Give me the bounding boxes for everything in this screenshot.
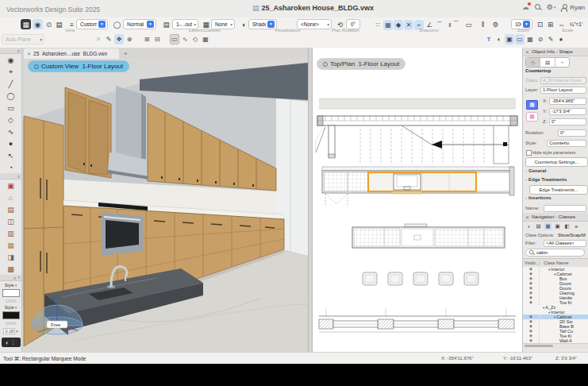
cabinet-tool[interactable]: ⌂ xyxy=(2,191,21,203)
snap-intersection-icon[interactable]: ✕ xyxy=(404,20,413,30)
close-icon[interactable]: ✕ xyxy=(525,214,529,220)
snapping-settings-gear-icon[interactable]: ⚙ xyxy=(490,19,501,29)
basic-palette-header[interactable]: ≡ xyxy=(0,48,21,54)
reference-dropdown[interactable]: <None>▾ xyxy=(297,19,332,29)
filter-dropdown[interactable]: <All Classes> xyxy=(544,240,586,247)
move-mode-a-icon[interactable]: ⊞ xyxy=(142,34,152,44)
arc-snap-icon[interactable]: ⌒ xyxy=(451,19,461,29)
object-info-header[interactable]: ✕ Object Info - Shape xyxy=(523,48,588,56)
disclosure-icon[interactable]: ▾ xyxy=(554,272,555,276)
snap-grid-icon[interactable]: ∷ xyxy=(373,20,382,30)
snap-angle-icon[interactable]: ◆ xyxy=(394,20,403,30)
sphere-tool[interactable]: ● xyxy=(2,137,21,149)
building-palette-header[interactable]: ≡ xyxy=(0,173,21,179)
flyover-icon[interactable]: ◉ xyxy=(33,19,43,29)
pause-snapping-icon[interactable]: ‖ xyxy=(478,19,488,29)
marquee-polygon-icon[interactable]: ◇ xyxy=(190,34,200,44)
class-options-value[interactable]: Show/Snap/M xyxy=(558,233,586,237)
line-weight-stepper[interactable]: 0.18▾ xyxy=(3,328,17,334)
navigation-header[interactable]: ✕ Navigation - Classes xyxy=(523,213,588,222)
style-dropdown[interactable]: Counterto xyxy=(547,140,586,147)
marquee-lasso-icon[interactable]: ∿ xyxy=(180,34,190,44)
move-mode-b-icon[interactable]: ⊟ xyxy=(152,34,162,44)
plan-view-pane[interactable]: Top/Plan 1-Floor Layout xyxy=(313,48,522,353)
circle-tool[interactable]: ◯ xyxy=(2,90,21,102)
settings-menu[interactable]: ⚙▾ xyxy=(547,3,556,11)
nav-references-icon[interactable]: ≡ xyxy=(572,222,581,230)
new-tab-button[interactable]: + xyxy=(124,50,128,57)
render-mode-dropdown[interactable]: Shaded▾ xyxy=(248,19,277,29)
more-options-icon[interactable]: ● xyxy=(556,34,566,44)
pen-color-swatch[interactable] xyxy=(2,311,20,319)
window-tool[interactable]: ▥ xyxy=(2,227,21,239)
3d-viewport[interactable]: Custom View 1-Floor Layout xyxy=(22,59,308,353)
layers-icon[interactable]: ▤ xyxy=(161,19,171,29)
dimension-mode-button[interactable]: ▦ xyxy=(526,112,538,122)
pen-style-dropdown[interactable]: Style▾ xyxy=(5,305,17,310)
fill-style-dropdown[interactable]: Style▾ xyxy=(5,283,17,288)
search-icon[interactable] xyxy=(535,4,541,10)
ruler-icon[interactable]: ▭ xyxy=(463,19,474,29)
rectangle-tool[interactable]: ▭ xyxy=(2,102,21,114)
tab-shape[interactable]: ◇ xyxy=(526,58,540,67)
render-style-icon[interactable]: ◑ xyxy=(238,19,248,29)
position-mode-button[interactable]: ▦ xyxy=(526,100,538,110)
polygon-tool[interactable]: ◇ xyxy=(2,114,21,125)
edge-treatments-section[interactable]: ›Edge Treatments xyxy=(525,177,567,182)
view-orientation-pill[interactable]: Custom View 1-Floor Layout xyxy=(29,61,129,71)
projection-dropdown[interactable]: Normal Pe...▾ xyxy=(123,19,156,29)
contrast-icon[interactable]: ◐ xyxy=(494,34,504,44)
tab-data[interactable]: ▤ xyxy=(540,58,555,67)
saved-view-dropdown[interactable]: Custom...▾ xyxy=(76,19,108,29)
document-tab[interactable]: ✕ 25_Asharoken…use_BLDG.vwx xyxy=(24,48,119,59)
selection-tool[interactable]: ↖ xyxy=(2,149,21,161)
nav-layers-icon[interactable]: ▤ xyxy=(534,222,543,230)
image-effects-icon[interactable]: ▦ xyxy=(525,34,535,44)
rotation-field[interactable]: 0° xyxy=(558,129,586,137)
fill-color-swatch[interactable] xyxy=(2,289,20,297)
nav-classes-icon[interactable]: ▦ xyxy=(544,222,552,230)
rotate-tool[interactable]: ◔ xyxy=(2,161,21,173)
pin-icon[interactable]: ⊙ xyxy=(44,19,54,29)
pen-opacity-value[interactable]: 100% xyxy=(5,321,16,326)
camera-tool[interactable]: ▣ xyxy=(2,179,21,191)
class-dropdown[interactable]: A_Df-Interior-Coun xyxy=(540,77,586,84)
name-input[interactable] xyxy=(544,205,586,212)
publish-icon[interactable]: ▤ xyxy=(54,19,64,29)
close-icon[interactable]: ✕ xyxy=(525,49,529,55)
classes-horizontal-scrollbar[interactable] xyxy=(523,343,588,349)
visibility-eye-icon[interactable]: ◉ xyxy=(523,300,540,305)
line-tool[interactable]: ╱ xyxy=(2,78,21,90)
active-plane-dropdown[interactable]: Auto-Plane▾ xyxy=(2,34,44,44)
clip-cube-icon[interactable]: ▣ xyxy=(505,34,514,44)
x-field[interactable]: -354'4.965" xyxy=(549,98,586,105)
fixture-tool[interactable]: ▩ xyxy=(2,263,21,275)
user-menu[interactable]: Ryan xyxy=(561,4,585,11)
marquee-fence-icon[interactable]: ▦ xyxy=(201,34,210,44)
zoom-marquee-icon[interactable]: ⊡ xyxy=(535,19,545,29)
selected-countertop[interactable] xyxy=(368,172,476,194)
window-view-icon[interactable]: ▦ xyxy=(21,19,31,29)
text-style-icon[interactable]: T xyxy=(484,34,494,44)
interactive-scaling-off-icon[interactable]: ✕ xyxy=(94,34,103,44)
scrollbar-thumb[interactable] xyxy=(525,345,553,347)
cloud-sync-icon[interactable]: ☁ xyxy=(522,3,529,11)
fill-opacity-value[interactable]: 100% xyxy=(5,299,16,303)
nav-saved-views-icon[interactable]: ◧ xyxy=(563,222,571,230)
nav-viewports-icon[interactable]: ▣ xyxy=(553,222,562,230)
y-field[interactable]: -17'3 3/4" xyxy=(549,108,586,115)
general-section[interactable]: ›General xyxy=(525,168,546,173)
attributes-palette-header[interactable]: ≡? xyxy=(0,275,21,281)
tab-render[interactable]: ◔ xyxy=(555,58,569,67)
smart-cursor-mode-icon[interactable]: ❖ xyxy=(114,34,124,44)
appliance-tool[interactable]: ◨ xyxy=(2,251,21,263)
nav-move-icon[interactable]: + xyxy=(525,222,533,230)
close-icon[interactable]: ✕ xyxy=(27,51,31,56)
counter-tool[interactable]: ▦ xyxy=(2,239,21,251)
disclosure-icon[interactable]: ▾ xyxy=(554,315,555,319)
class-search-input[interactable]: cabin xyxy=(525,249,585,257)
flyover-tool[interactable]: ◉ xyxy=(2,54,21,66)
crop-view-icon[interactable]: ▭ xyxy=(515,34,525,44)
wall-tool[interactable]: ▤ xyxy=(2,203,21,215)
polyline-tool[interactable]: ∿ xyxy=(2,125,21,137)
